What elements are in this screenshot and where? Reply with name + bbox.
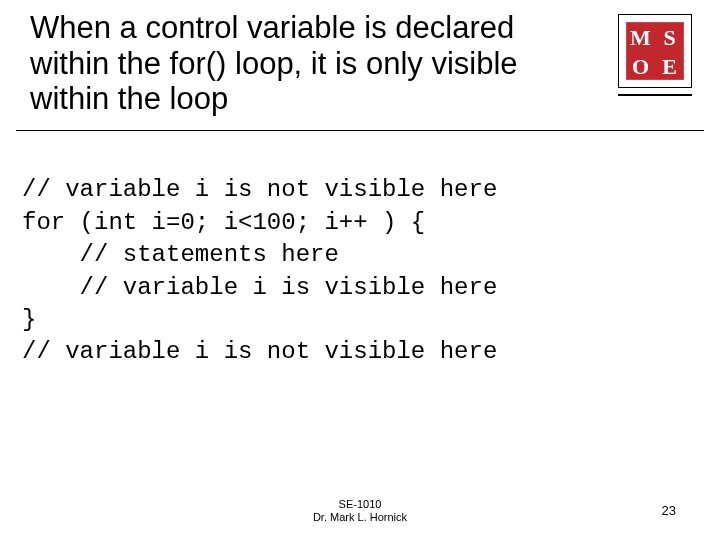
logo-letter-e: E [662, 56, 677, 78]
code-line: // variable i is not visible here [22, 176, 497, 203]
footer-course: SE-1010 [0, 498, 720, 511]
logo-frame: M S O E [618, 14, 692, 88]
footer-author: Dr. Mark L. Hornick [0, 511, 720, 524]
footer: SE-1010 Dr. Mark L. Hornick [0, 498, 720, 524]
code-line: // statements here [22, 241, 339, 268]
code-line: // variable i is visible here [22, 274, 497, 301]
code-line: for (int i=0; i<100; i++ ) { [22, 209, 425, 236]
logo-grid: M S O E [626, 22, 684, 80]
code-block: // variable i is not visible here for (i… [22, 142, 497, 401]
code-line: } [22, 306, 36, 333]
title-divider [16, 130, 704, 131]
logo-underline [618, 94, 692, 96]
msoe-logo: M S O E [618, 14, 692, 88]
logo-letter-o: O [632, 56, 649, 78]
logo-letter-m: M [630, 27, 651, 49]
code-line: // variable i is not visible here [22, 338, 497, 365]
page-number: 23 [662, 503, 676, 518]
logo-letter-s: S [663, 27, 675, 49]
slide: When a control variable is declared with… [0, 0, 720, 540]
slide-title: When a control variable is declared with… [30, 10, 590, 117]
